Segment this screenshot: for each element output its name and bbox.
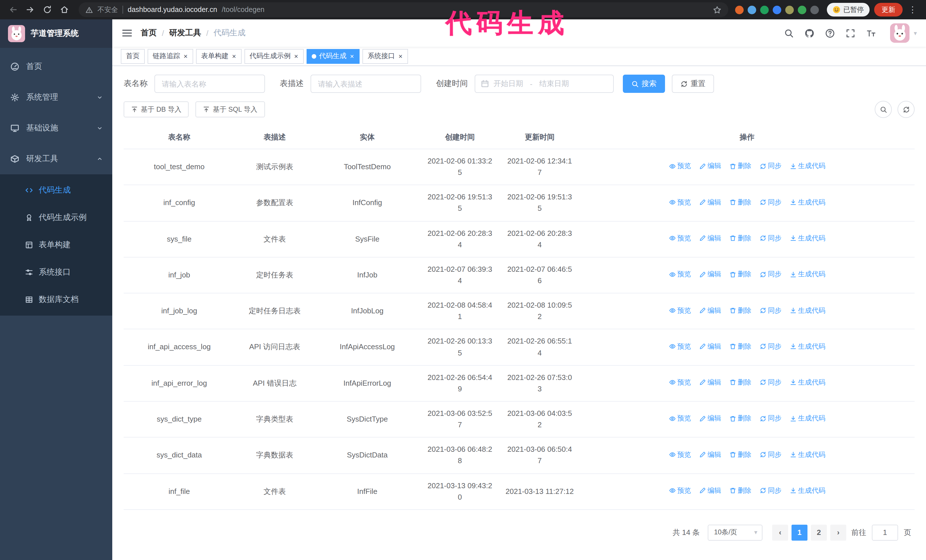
action-preview[interactable]: 预览 xyxy=(669,413,691,424)
action-preview[interactable]: 预览 xyxy=(669,305,691,315)
action-edit[interactable]: 编辑 xyxy=(699,269,721,280)
sidebar-subitem-form-builder[interactable]: 表单构建 xyxy=(0,231,112,259)
extension-icon[interactable] xyxy=(798,5,806,14)
extension-icon[interactable] xyxy=(735,5,744,14)
action-edit[interactable]: 编辑 xyxy=(699,233,721,243)
update-button[interactable]: 更新 xyxy=(874,3,903,17)
logo[interactable]: 芋道管理系统 xyxy=(0,20,112,48)
page-1-button[interactable]: 1 xyxy=(791,525,808,540)
action-sync[interactable]: 同步 xyxy=(759,197,782,207)
question-icon[interactable] xyxy=(825,28,835,38)
breadcrumb-item[interactable]: 首页 xyxy=(141,28,157,38)
action-generate[interactable]: 生成代码 xyxy=(790,341,825,352)
action-preview[interactable]: 预览 xyxy=(669,233,691,243)
browser-menu-icon[interactable]: ⋮ xyxy=(905,5,920,15)
sidebar-subitem-api[interactable]: 系统接口 xyxy=(0,259,112,286)
security-label[interactable]: 不安全 xyxy=(97,5,118,15)
sidebar-item-devtools[interactable]: 研发工具 xyxy=(0,143,112,174)
extension-icon[interactable] xyxy=(773,5,781,14)
action-sync[interactable]: 同步 xyxy=(759,269,782,280)
action-delete[interactable]: 删除 xyxy=(729,269,751,280)
action-edit[interactable]: 编辑 xyxy=(699,197,721,207)
action-generate[interactable]: 生成代码 xyxy=(790,197,825,207)
action-edit[interactable]: 编辑 xyxy=(699,413,721,424)
next-page-button[interactable]: › xyxy=(830,525,846,540)
action-generate[interactable]: 生成代码 xyxy=(790,161,825,172)
reset-button[interactable]: 重置 xyxy=(672,75,714,93)
page-2-button[interactable]: 2 xyxy=(811,525,827,540)
fontsize-icon[interactable] xyxy=(867,28,876,38)
action-edit[interactable]: 编辑 xyxy=(699,305,721,315)
paused-badge[interactable]: 已暂停 xyxy=(827,3,870,17)
action-sync[interactable]: 同步 xyxy=(759,377,782,388)
action-delete[interactable]: 删除 xyxy=(729,413,751,424)
back-icon[interactable] xyxy=(6,2,21,17)
extension-icon[interactable] xyxy=(785,5,794,14)
page-size-select[interactable]: 10条/页 ▾ xyxy=(708,525,763,540)
tab-1[interactable]: 链路追踪× xyxy=(148,49,193,63)
action-delete[interactable]: 删除 xyxy=(729,341,751,352)
action-generate[interactable]: 生成代码 xyxy=(790,449,825,460)
action-preview[interactable]: 预览 xyxy=(669,377,691,388)
action-generate[interactable]: 生成代码 xyxy=(790,305,825,315)
action-delete[interactable]: 删除 xyxy=(729,449,751,460)
user-menu[interactable]: ▾ xyxy=(890,23,917,43)
action-preview[interactable]: 预览 xyxy=(669,485,691,496)
toggle-search-button[interactable] xyxy=(875,101,892,118)
action-edit[interactable]: 编辑 xyxy=(699,449,721,460)
action-sync[interactable]: 同步 xyxy=(759,485,782,496)
action-generate[interactable]: 生成代码 xyxy=(790,233,825,243)
date-range-picker[interactable]: 开始日期 - 结束日期 xyxy=(475,75,614,93)
close-icon[interactable]: × xyxy=(183,53,188,60)
action-edit[interactable]: 编辑 xyxy=(699,161,721,172)
action-generate[interactable]: 生成代码 xyxy=(790,485,825,496)
sidebar-item-system[interactable]: 系统管理 xyxy=(0,82,112,113)
tab-3[interactable]: 代码生成示例× xyxy=(244,49,304,63)
refresh-table-button[interactable] xyxy=(897,101,915,118)
github-icon[interactable] xyxy=(805,28,815,38)
breadcrumb-item[interactable]: 研发工具 xyxy=(169,28,201,38)
action-edit[interactable]: 编辑 xyxy=(699,377,721,388)
extension-icon[interactable] xyxy=(810,5,819,14)
action-sync[interactable]: 同步 xyxy=(759,413,782,424)
hamburger-icon[interactable] xyxy=(121,27,133,39)
tab-2[interactable]: 表单构建× xyxy=(196,49,242,63)
fullscreen-icon[interactable] xyxy=(846,28,856,38)
close-icon[interactable]: × xyxy=(349,53,354,60)
forward-icon[interactable] xyxy=(23,2,38,17)
close-icon[interactable]: × xyxy=(294,53,299,60)
action-delete[interactable]: 删除 xyxy=(729,161,751,172)
tab-0[interactable]: 首页 xyxy=(121,49,145,63)
action-delete[interactable]: 删除 xyxy=(729,485,751,496)
action-preview[interactable]: 预览 xyxy=(669,341,691,352)
action-delete[interactable]: 删除 xyxy=(729,197,751,207)
sidebar-item-home[interactable]: 首页 xyxy=(0,51,112,82)
action-delete[interactable]: 删除 xyxy=(729,305,751,315)
action-generate[interactable]: 生成代码 xyxy=(790,377,825,388)
action-sync[interactable]: 同步 xyxy=(759,449,782,460)
sidebar-subitem-codegen-demo[interactable]: 代码生成示例 xyxy=(0,204,112,231)
action-preview[interactable]: 预览 xyxy=(669,161,691,172)
import-db-button[interactable]: 基于 DB 导入 xyxy=(124,101,189,117)
search-icon[interactable] xyxy=(784,28,794,38)
action-edit[interactable]: 编辑 xyxy=(699,485,721,496)
action-delete[interactable]: 删除 xyxy=(729,377,751,388)
reload-icon[interactable] xyxy=(40,2,55,17)
action-sync[interactable]: 同步 xyxy=(759,161,782,172)
extension-icon[interactable] xyxy=(760,5,769,14)
table-name-input[interactable] xyxy=(154,75,265,93)
search-button[interactable]: 搜索 xyxy=(623,75,665,93)
prev-page-button[interactable]: ‹ xyxy=(772,525,788,540)
sidebar-subitem-codegen[interactable]: 代码生成 xyxy=(0,177,112,204)
action-preview[interactable]: 预览 xyxy=(669,269,691,280)
extension-icon[interactable] xyxy=(747,5,756,14)
close-icon[interactable]: × xyxy=(398,53,403,60)
home-icon[interactable] xyxy=(57,2,72,17)
import-sql-button[interactable]: 基于 SQL 导入 xyxy=(196,101,265,117)
bookmark-star-icon[interactable] xyxy=(713,5,722,14)
close-icon[interactable]: × xyxy=(232,53,236,60)
goto-page-input[interactable] xyxy=(872,525,898,540)
tab-4[interactable]: 代码生成× xyxy=(307,49,360,63)
action-preview[interactable]: 预览 xyxy=(669,197,691,207)
action-generate[interactable]: 生成代码 xyxy=(790,413,825,424)
